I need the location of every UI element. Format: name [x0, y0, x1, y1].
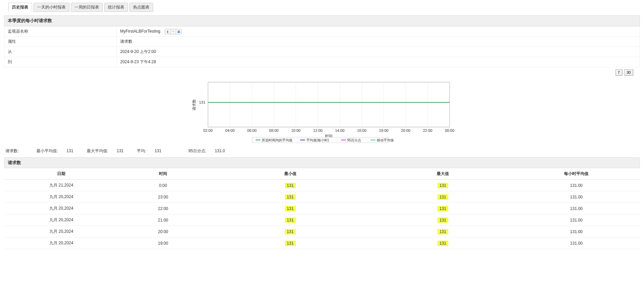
svg-text:请求数: 请求数: [192, 99, 196, 110]
prop-label-from: 从: [4, 47, 117, 57]
summary-line: 请求数: 最小平均值: 131 最大平均值: 131 平均: 131 95百分点…: [4, 146, 640, 157]
table-row: 九月 20,202423:00131131131.00: [4, 191, 640, 203]
table-chart-icon[interactable]: ▦: [176, 29, 181, 34]
prop-value-monitor: MyFirstALBForTesting ▮ 〰 ▦: [117, 27, 640, 37]
range-buttons: 7 30: [4, 67, 640, 77]
table-row: 九月 20,202420:00131131131.00: [4, 226, 640, 238]
tab-4[interactable]: 热点图表: [129, 3, 153, 12]
col-header-0: 日期: [4, 168, 118, 180]
data-table: 日期时间最小值最大值每小时平均值 九月 21,20240:00131131131…: [4, 168, 640, 249]
svg-text:12:00: 12:00: [313, 128, 323, 133]
svg-text:08:00: 08:00: [269, 128, 279, 133]
prop-label-monitor: 监视器名称: [4, 27, 117, 37]
svg-text:00:00: 00:00: [445, 128, 454, 133]
summary-metric: 请求数:: [5, 148, 29, 154]
chart-container: 02:0004:0006:0008:0010:0012:0014:0016:00…: [4, 79, 640, 143]
prop-value-attribute: 请求数: [117, 37, 640, 47]
table-row: 九月 21,20240:00131131131.00: [4, 180, 640, 191]
summary-avg: 平均: 131: [137, 148, 168, 153]
prop-value-from: 2024-9-20 上午2:00: [117, 47, 640, 57]
col-header-1: 时间: [118, 168, 208, 180]
tab-2[interactable]: 一周的日报表: [71, 3, 103, 12]
table-row: 九月 20,202421:00131131131.00: [4, 214, 640, 226]
line-chart-icon[interactable]: 〰: [171, 29, 176, 34]
table-row: 九月 20,202422:00131131131.00: [4, 203, 640, 214]
svg-text:04:00: 04:00: [225, 128, 235, 133]
line-chart: 02:0004:0006:0008:0010:0012:0014:0016:00…: [189, 79, 455, 143]
svg-text:22:00: 22:00: [423, 128, 433, 133]
tab-0[interactable]: 历史报表: [8, 3, 32, 12]
svg-text:所选时间内的平均值: 所选时间内的平均值: [262, 138, 292, 142]
summary-p95: 95百分点: 131.0: [189, 148, 231, 153]
table-row: 九月 20,202419:00131131131.00: [4, 238, 640, 249]
summary-max-avg: 最大平均值: 131: [87, 148, 131, 153]
range-7-button[interactable]: 7: [615, 69, 622, 75]
chart-type-icons[interactable]: ▮ 〰 ▦: [165, 29, 182, 34]
range-30-button[interactable]: 30: [624, 69, 633, 75]
section-title-hourly: 本季度的每小时请求数: [4, 15, 640, 26]
col-header-4: 每小时平均值: [513, 168, 640, 180]
svg-rect-0: [208, 82, 450, 127]
svg-text:02:00: 02:00: [203, 128, 213, 133]
svg-text:移动平均值: 移动平均值: [377, 138, 394, 142]
tab-1[interactable]: 一天的小时报表: [33, 3, 69, 12]
svg-text:06:00: 06:00: [247, 128, 257, 133]
svg-text:20:00: 20:00: [401, 128, 410, 133]
report-tabs: 历史报表一天的小时报表一周的日报表统计报表热点图表: [4, 3, 640, 12]
svg-text:14:00: 14:00: [335, 128, 345, 133]
svg-text:18:00: 18:00: [379, 128, 389, 133]
svg-text:95百分点: 95百分点: [347, 138, 361, 142]
col-header-2: 最小值: [208, 168, 373, 180]
properties-table: 监视器名称 MyFirstALBForTesting ▮ 〰 ▦ 属性 请求数 …: [4, 26, 640, 67]
monitor-name-text: MyFirstALBForTesting: [120, 29, 160, 34]
summary-min-avg: 最小平均值: 131: [36, 148, 80, 153]
bar-chart-icon[interactable]: ▮: [165, 29, 171, 34]
col-header-3: 最大值: [373, 168, 513, 180]
svg-text:平均值(每小时): 平均值(每小时): [306, 138, 329, 142]
section-title-request-count: 请求数: [4, 157, 640, 168]
tab-3[interactable]: 统计报表: [104, 3, 128, 12]
prop-label-to: 到: [4, 57, 117, 67]
prop-label-attribute: 属性: [4, 37, 117, 47]
svg-text:131: 131: [199, 100, 205, 104]
svg-text:16:00: 16:00: [357, 128, 367, 133]
svg-text:10:00: 10:00: [291, 128, 301, 133]
prop-value-to: 2024-9-23 下午4:28: [117, 57, 640, 67]
